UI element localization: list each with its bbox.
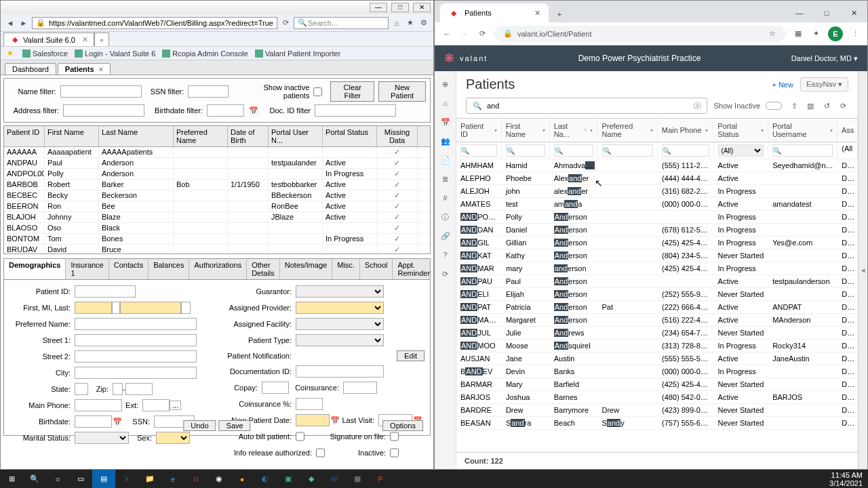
close-button[interactable]: ✕ (840, 3, 867, 22)
phone-more-button[interactable]: ... (170, 401, 181, 410)
table-row[interactable]: AHMHAMHamidAhmadvand(555) 111-2222Active… (456, 159, 858, 172)
collapse-handle[interactable]: ◂ (858, 71, 867, 469)
chrome-tab[interactable]: ◆ Patients ✕ (440, 3, 549, 22)
tab-dashboard[interactable]: Dashboard (5, 63, 56, 75)
col-patient-id[interactable]: Patient ID (4, 126, 45, 146)
options-button[interactable]: Options (382, 420, 423, 431)
table-row[interactable]: ANDELIElijahAnderson(252) 555-9876Never … (456, 288, 858, 301)
table-row[interactable]: ANDDANDanielAnderson(678) 612-5555In Pro… (456, 224, 858, 237)
table-row[interactable]: BONTOMTomBonesIn Progress✓ (4, 234, 430, 245)
close-button[interactable]: ✕ (413, 3, 431, 12)
taskbar-onenote[interactable]: N (184, 470, 208, 488)
taskbar-app4[interactable]: ◆ (300, 470, 323, 488)
assigned-provider-select[interactable] (296, 302, 384, 314)
menu-icon[interactable]: ⋮ (850, 28, 861, 39)
new-tab-button[interactable]: ▫ (94, 33, 109, 46)
profile-avatar[interactable]: E (828, 26, 843, 41)
table-row[interactable]: BARMARMaryBarfield(425) 425-4255Never St… (456, 378, 858, 391)
table-row[interactable]: ANDMOOMooseAndsquirel(313) 728-8175In Pr… (456, 340, 858, 352)
taskbar-edge[interactable]: ◐ (254, 470, 277, 488)
col-dob[interactable]: Date of Birth (228, 126, 269, 146)
ext-input[interactable] (142, 399, 170, 411)
calendar-icon[interactable]: 📅 (330, 415, 340, 426)
forward-icon[interactable]: ► (18, 18, 29, 28)
birthdate-filter-input[interactable] (207, 104, 244, 117)
marital-select[interactable] (75, 432, 129, 444)
table-row[interactable]: ANDMARmaryanderson(425) 425-4256In Progr… (456, 262, 858, 275)
taskbar-excel[interactable]: X (115, 470, 138, 488)
search-input[interactable] (487, 102, 690, 110)
home-icon[interactable]: ⌂ (391, 18, 402, 28)
filter-portal-username[interactable] (772, 144, 833, 157)
inactive-checkbox[interactable] (390, 447, 399, 459)
search-box[interactable]: 🔍 ⓧ (466, 98, 707, 114)
ssn-filter-input[interactable] (188, 85, 229, 98)
user-menu[interactable]: Daniel Doctor, MD ▾ (791, 54, 858, 63)
detail-tab[interactable]: Insurance 1 (66, 259, 108, 279)
filter-main-phone[interactable] (662, 144, 709, 157)
cortana-button[interactable]: ○ (46, 470, 69, 488)
table-row[interactable]: BLAJOHJohnnyBlazeJBlazeActive✓ (4, 212, 430, 223)
star-icon[interactable]: ☆ (767, 28, 778, 39)
filter-last-name[interactable] (554, 144, 593, 157)
refresh-icon[interactable]: ⟳ (837, 100, 848, 111)
filter-assigned[interactable]: (All (842, 144, 852, 152)
table-row[interactable]: ANDKATKathyAnderson(804) 234-5678Never S… (456, 249, 858, 262)
detail-tab[interactable]: Appt. Reminder (393, 259, 435, 279)
table-row[interactable]: BARBOBRobertBarkerBob1/1/1950testbobbark… (4, 180, 430, 190)
detail-tab[interactable]: Misc. (332, 259, 360, 279)
rail-layers-icon[interactable]: ≣ (439, 173, 452, 185)
table-row[interactable]: BANDEVDevinBanks(000) 000-0000In Progres… (456, 365, 858, 378)
table-row[interactable]: ANDPAUPaulAndersontestpaulanderActive✓ (4, 158, 430, 169)
easynav-button[interactable]: EasyNav ▾ (800, 77, 848, 92)
back-icon[interactable]: ← (441, 28, 452, 39)
table-row[interactable]: ANDMAR00MargaretAnderson(516) 222-4444Ac… (456, 314, 858, 327)
sex-select[interactable] (156, 432, 190, 444)
col-first-name[interactable]: First Name (45, 126, 99, 146)
sig-on-file-checkbox[interactable] (390, 430, 399, 443)
detail-tab[interactable]: Contacts (109, 259, 149, 279)
calendar-icon[interactable]: 📅 (248, 105, 259, 116)
back-icon[interactable]: ◄ (5, 18, 16, 28)
table-row[interactable]: ANDPOL00PollyAndersonIn Progress✓ (4, 169, 430, 180)
rail-calendar-icon[interactable]: 📅 (439, 116, 452, 128)
zip-input[interactable] (113, 383, 123, 395)
system-clock[interactable]: 11:45 AM3/14/2021 (829, 471, 868, 487)
table-row[interactable]: BARJOSJoshuaBarnes(480) 542-0222ActiveBA… (456, 391, 858, 404)
street2-input[interactable] (75, 350, 197, 363)
url-bar[interactable]: 🔒 valant.io/Client/Patient ☆ (494, 26, 786, 42)
show-inactive-toggle[interactable]: Show Inactive (714, 102, 782, 110)
table-row[interactable]: AUSJANJaneAustin(555) 555-5555ActiveJane… (456, 352, 858, 365)
assigned-facility-select[interactable] (296, 318, 384, 330)
search-clear-icon[interactable]: ⓧ (694, 101, 701, 111)
table-row[interactable]: ANDGILGillianAnderson(425) 425-4254In Pr… (456, 237, 858, 249)
name-filter-input[interactable] (60, 85, 142, 98)
minimize-button[interactable]: — (370, 3, 387, 12)
favorites-star-icon[interactable]: ★ (5, 48, 16, 59)
undo-button[interactable]: Undo (183, 420, 216, 431)
table-row[interactable]: AAAAAAAaaaapatientAAAAApatients✓ (4, 147, 430, 158)
detail-tab[interactable]: School (360, 259, 393, 279)
filter-first-name[interactable] (506, 144, 545, 157)
rail-refresh-icon[interactable]: ⟳ (439, 268, 452, 280)
col-assigned[interactable]: Ass (837, 123, 858, 138)
taskbar-powerpoint[interactable]: P (369, 470, 392, 488)
detail-tab[interactable]: Balances (149, 259, 189, 279)
col-last-name[interactable]: Last Na...↑ (550, 119, 598, 142)
task-view-button[interactable]: ▭ (69, 470, 92, 488)
filter-preferred-name[interactable] (602, 144, 653, 157)
taskbar-app5[interactable]: ▦ (346, 470, 369, 488)
forward-icon[interactable]: → (459, 28, 470, 39)
ie-search-box[interactable]: 🔍 Search... (294, 17, 389, 29)
reload-icon[interactable]: ⟳ (477, 28, 488, 39)
bookmark-item[interactable]: Login - Valant Suite 6 (75, 49, 155, 58)
taskbar-word[interactable]: W (323, 470, 346, 488)
ie-tab[interactable]: ◆ Valant Suite 6.0 ✕ (3, 33, 94, 46)
table-row[interactable]: ANDPAUPaulAndersonActivetestpaulanderson… (456, 275, 858, 288)
auto-bill-checkbox[interactable] (296, 430, 304, 443)
mi-input[interactable] (112, 302, 120, 314)
bookmark-item[interactable]: Rcopia Admin Console (162, 49, 248, 58)
detail-tab[interactable]: Notes/Image (280, 259, 332, 279)
table-row[interactable]: BLAOSOOsoBlack✓ (4, 223, 430, 234)
taskbar-explorer[interactable]: 📁 (138, 470, 161, 488)
